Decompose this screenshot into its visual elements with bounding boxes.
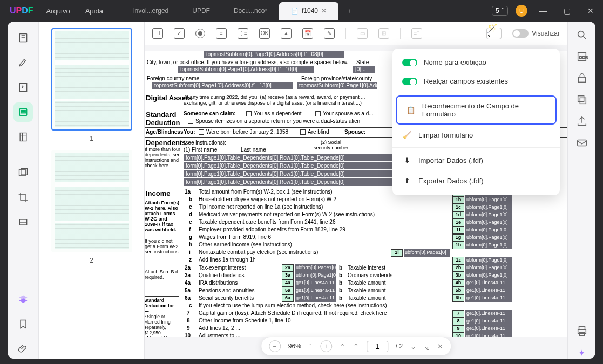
standard-deduction-box: Standard Deduction for— • Single or Marr… (145, 296, 179, 337)
page-thumb-2[interactable] (51, 150, 132, 252)
form-options-dropdown: Nome para exibição Realçar campos existe… (392, 49, 560, 195)
bookmark-icon[interactable] (13, 314, 33, 334)
field-label: topmostSubform[0].Page1[0].Address[0].f1… (204, 51, 344, 58)
date-tool[interactable]: 📅 (302, 28, 313, 39)
radio-tool[interactable] (195, 29, 205, 38)
switch-icon[interactable] (402, 59, 417, 66)
page-total: / 2 (396, 342, 403, 350)
search-icon[interactable] (576, 29, 588, 41)
dd-import-data[interactable]: ⬇ Importar Dados (.fdf) (392, 150, 560, 170)
document-area: TI ✓ ≡ ⋮≡ OK ▲ 📅 ✎ ▭ ⊞ ≡˅ 🪄˅ Visualizar … (145, 22, 567, 359)
titlebar: UPDF Arquivo Ajuda invoi...erged UPDF Do… (0, 0, 603, 22)
flatten-icon[interactable] (576, 94, 588, 106)
reader-tool[interactable] (13, 28, 33, 47)
svg-rect-13 (578, 96, 584, 102)
page-tool[interactable] (13, 127, 33, 147)
svg-rect-16 (579, 327, 585, 330)
svg-rect-12 (578, 77, 585, 82)
zoom-dropdown-icon[interactable]: ˅ (309, 342, 313, 351)
tab-f1040[interactable]: 📄f1040✕ (279, 2, 338, 20)
textfield-tool[interactable]: TI (152, 28, 163, 39)
print-icon[interactable] (576, 325, 588, 337)
page-thumb-1[interactable] (51, 28, 132, 131)
highlight-tool[interactable] (13, 53, 33, 72)
section-standard-deduction: Standard Deduction (146, 111, 182, 127)
redact-tool[interactable] (13, 212, 33, 232)
svg-rect-5 (20, 133, 26, 141)
menu-help[interactable]: Ajuda (78, 7, 111, 15)
checkbox-born-before[interactable] (199, 129, 204, 135)
attachment-icon[interactable] (13, 339, 33, 359)
svg-text:OCR: OCR (579, 55, 587, 60)
form-tool[interactable] (13, 102, 33, 122)
checkbox-itemize[interactable] (188, 119, 193, 124)
dd-display-name[interactable]: Nome para exibição (392, 53, 560, 72)
mail-icon[interactable] (576, 137, 588, 149)
edit-tool[interactable] (13, 78, 33, 97)
avatar[interactable]: U (516, 5, 527, 17)
slide-tool[interactable] (13, 163, 33, 182)
close-bar-button[interactable]: ✕ (437, 342, 443, 351)
prev-page-button[interactable]: ⌃ (353, 342, 359, 351)
distribute-tool: ⊞ (378, 28, 389, 39)
checkbox-spouse-dependent[interactable] (315, 111, 321, 116)
left-sidebar (8, 22, 39, 359)
close-button[interactable]: ✕ (582, 6, 599, 15)
checkbox-tool[interactable]: ✓ (174, 28, 185, 39)
new-tab-button[interactable]: ＋ (338, 2, 360, 20)
share-icon[interactable] (576, 115, 588, 127)
svg-rect-3 (21, 111, 25, 112)
app-body: 1 2 TI ✓ ≡ ⋮≡ OK ▲ 📅 ✎ ▭ ⊞ ≡˅ 🪄˅ Visuali… (8, 22, 595, 359)
svg-rect-15 (577, 140, 586, 146)
next-page-button[interactable]: ⌄ (410, 342, 416, 351)
lock-icon[interactable] (576, 72, 588, 84)
section-dependents: Dependents (146, 139, 186, 147)
section-income: Income (146, 189, 171, 197)
zoom-out-button[interactable]: − (269, 340, 281, 352)
zoom-page-bar: − 96% ˅ + ⌃̄ ⌃ / 2 ⌄ ⌄̱ ✕ (261, 337, 451, 355)
dd-export-data[interactable]: ⬆ Exportar Dados (.fdf) (392, 170, 560, 191)
align-tool: ≡˅ (411, 28, 422, 39)
ai-icon[interactable]: ✦ (576, 347, 588, 359)
dd-recognize-fields[interactable]: 📋 Reconhecimento de Campo de Formulário (396, 95, 557, 125)
last-page-button[interactable]: ⌄̱ (424, 342, 430, 351)
zoom-in-button[interactable]: + (320, 340, 332, 352)
tab-docu[interactable]: Docu...nco* (222, 2, 279, 20)
close-tab-icon[interactable]: ✕ (321, 7, 327, 15)
import-icon: ⬇ (402, 155, 412, 165)
dd-clear-form[interactable]: 🧹 Limpar formulário (392, 125, 560, 145)
thumb-label-1: 1 (45, 135, 138, 142)
form-toolbar: TI ✓ ≡ ⋮≡ OK ▲ 📅 ✎ ▭ ⊞ ≡˅ 🪄˅ Visualizar (145, 22, 567, 45)
tab-strip: invoi...erged UPDF Docu...nco* 📄f1040✕ ＋ (121, 2, 360, 20)
checkbox-you-dependent[interactable] (246, 111, 252, 116)
svg-rect-4 (21, 112, 25, 113)
minimize-button[interactable]: — (535, 6, 551, 15)
image-tool[interactable]: ▲ (281, 28, 292, 39)
tab-invoice[interactable]: invoi...erged (121, 2, 180, 20)
layers-icon[interactable] (13, 290, 33, 309)
dropdown-tool[interactable]: ⋮≡ (238, 28, 248, 39)
checkbox-blind[interactable] (300, 129, 306, 135)
svg-rect-0 (19, 34, 26, 42)
preview-toggle[interactable]: Visualizar (512, 29, 560, 38)
ocr-icon[interactable]: OCR (576, 51, 588, 63)
crop-tool[interactable] (13, 188, 33, 207)
page-number-input[interactable] (367, 341, 388, 352)
version-badge[interactable]: 5 ˅ (492, 6, 508, 16)
form-recognize-icon: 📋 (406, 105, 416, 115)
form-options-button[interactable]: 🪄˅ (486, 28, 502, 39)
listbox-tool[interactable]: ≡ (216, 28, 227, 39)
menu-file[interactable]: Arquivo (39, 7, 78, 15)
thumbnail-panel: 1 2 (39, 22, 145, 359)
app-logo: UPDF (4, 6, 39, 16)
maximize-button[interactable]: ▢ (559, 6, 575, 15)
svg-rect-18 (579, 333, 584, 336)
button-tool[interactable]: OK (259, 28, 270, 39)
first-page-button[interactable]: ⌃̄ (340, 342, 345, 351)
dd-highlight-existing[interactable]: Realçar campos existentes (392, 72, 560, 91)
switch-icon[interactable] (402, 78, 417, 85)
svg-rect-14 (580, 98, 586, 104)
signature-tool[interactable]: ✎ (324, 28, 335, 39)
tab-updf[interactable]: UPDF (180, 2, 222, 20)
right-sidebar: OCR ✦ (567, 22, 595, 359)
